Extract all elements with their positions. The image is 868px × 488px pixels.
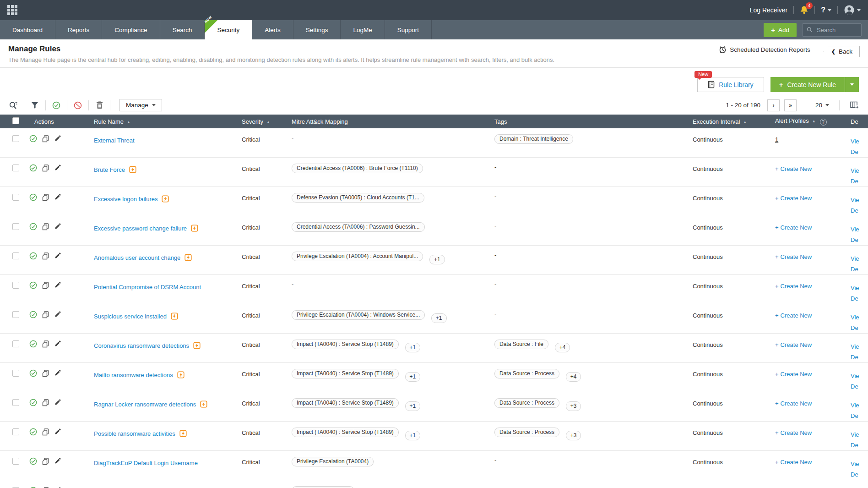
mitre-pill[interactable]: Privilege Escalation (TA0004) : Windows … (292, 310, 425, 320)
tab-logme[interactable]: LogMe (341, 20, 385, 39)
rule-name-link[interactable]: Coronavirus ransomware detections (94, 341, 189, 350)
page-size-dropdown[interactable]: 20 (814, 102, 831, 109)
view-link[interactable]: Vie (851, 459, 868, 469)
rule-name-link[interactable]: Excessive password change failure (94, 224, 187, 233)
mitre-more-pill[interactable]: +1 (431, 313, 447, 323)
rule-name-link[interactable]: DiagTrackEoP Default Login Username (94, 459, 198, 467)
next-page-button[interactable]: › (767, 99, 780, 111)
advanced-search-icon[interactable] (6, 101, 20, 110)
copy-rule-icon[interactable] (42, 458, 49, 465)
edit-rule-icon[interactable] (54, 223, 61, 230)
copy-rule-icon[interactable] (42, 311, 49, 318)
details-link[interactable]: De (851, 352, 868, 362)
tag-pill[interactable]: Data Source : Process (494, 369, 559, 378)
view-link[interactable]: Vie (851, 253, 868, 264)
create-new-alert-link[interactable]: +Create New (775, 224, 812, 231)
rule-name-link[interactable]: Ragnar Locker ransomware detections (94, 400, 196, 409)
tab-alerts[interactable]: Alerts (252, 20, 293, 39)
tags-more-pill[interactable]: +3 (566, 401, 581, 411)
mitre-more-pill[interactable]: +1 (405, 401, 421, 411)
create-new-alert-link[interactable]: +Create New (775, 429, 812, 436)
edit-rule-icon[interactable] (54, 252, 61, 259)
create-new-alert-link[interactable]: +Create New (775, 195, 812, 202)
row-checkbox[interactable] (12, 458, 19, 465)
create-new-alert-link[interactable]: +Create New (775, 312, 812, 319)
row-checkbox[interactable] (12, 164, 19, 171)
details-link[interactable]: De (851, 293, 868, 304)
row-checkbox[interactable] (12, 428, 19, 435)
col-header-severity[interactable]: Severity▲ (238, 115, 288, 128)
view-link[interactable]: Vie (851, 195, 868, 205)
edit-rule-icon[interactable] (54, 164, 61, 171)
rule-enabled-icon[interactable] (29, 223, 37, 230)
manage-dropdown[interactable]: Manage (119, 99, 162, 111)
copy-rule-icon[interactable] (42, 194, 49, 201)
mitre-pill[interactable]: Impact (TA0040) : Service Stop (T1489) (292, 369, 399, 378)
view-link[interactable]: Vie (851, 429, 868, 440)
edit-rule-icon[interactable] (54, 458, 61, 465)
details-link[interactable]: De (851, 147, 868, 157)
rule-enabled-icon[interactable] (29, 164, 37, 172)
search-input[interactable] (816, 26, 857, 34)
help-icon[interactable]: ? (820, 119, 827, 126)
mitre-more-pill[interactable]: +1 (405, 372, 421, 382)
mitre-pill[interactable]: Defense Evasion (TA0005) : Cloud Account… (292, 193, 424, 203)
tags-more-pill[interactable]: +4 (566, 372, 581, 382)
row-checkbox[interactable] (12, 311, 19, 318)
row-checkbox[interactable] (12, 223, 19, 230)
create-new-alert-link[interactable]: +Create New (775, 371, 812, 378)
sort-asc-icon[interactable]: ▲ (743, 120, 747, 124)
details-link[interactable]: De (851, 381, 868, 392)
col-header-rule-name[interactable]: Rule Name▲ (89, 115, 238, 128)
rule-enabled-icon[interactable] (29, 252, 37, 260)
copy-rule-icon[interactable] (42, 399, 49, 406)
row-checkbox[interactable] (12, 282, 19, 289)
rule-name-link[interactable]: External Threat (94, 136, 135, 145)
create-new-alert-link[interactable]: +Create New (775, 253, 812, 260)
enable-rules-icon[interactable] (49, 101, 63, 110)
add-button[interactable]: + Add (764, 23, 797, 37)
copy-rule-icon[interactable] (42, 223, 49, 230)
copy-rule-icon[interactable] (42, 340, 49, 348)
tag-pill[interactable]: Domain : Threat Intelligence (494, 134, 573, 144)
last-page-button[interactable]: » (784, 99, 797, 111)
rule-name-link[interactable]: Anomalous user account change (94, 253, 180, 262)
row-checkbox[interactable] (12, 194, 19, 201)
edit-rule-icon[interactable] (54, 370, 61, 377)
mitre-pill[interactable]: Persistence (TA0003) (292, 486, 354, 488)
create-new-alert-link[interactable]: +Create New (775, 341, 812, 348)
mitre-pill[interactable]: Impact (TA0040) : Service Stop (T1489) (292, 398, 399, 408)
tag-pill[interactable]: Data Source : Process (494, 428, 559, 437)
tab-compliance[interactable]: Compliance (102, 20, 160, 39)
delete-icon[interactable] (92, 101, 106, 109)
details-link[interactable]: De (851, 411, 868, 421)
apps-grid-icon[interactable] (7, 5, 17, 15)
rule-enabled-icon[interactable] (29, 340, 37, 348)
row-checkbox[interactable] (12, 135, 19, 142)
edit-rule-icon[interactable] (54, 282, 61, 289)
rule-name-link[interactable]: Potential Compromise of DSRM Account (94, 283, 201, 291)
details-link[interactable]: De (851, 176, 868, 186)
mitre-pill[interactable]: Privilege Escalation (TA0004) : Account … (292, 252, 423, 261)
view-link[interactable]: Vie (851, 165, 868, 176)
mitre-pill[interactable]: Privilege Escalation (TA0004) (292, 457, 374, 466)
view-link[interactable]: Vie (851, 312, 868, 323)
details-link[interactable]: De (851, 235, 868, 245)
notifications-bell-icon[interactable]: 4 (800, 5, 808, 15)
select-all-checkbox[interactable] (12, 117, 19, 124)
view-link[interactable]: Vie (851, 283, 868, 293)
details-link[interactable]: De (851, 323, 868, 333)
edit-rule-icon[interactable] (54, 428, 61, 435)
column-chooser-icon[interactable] (848, 101, 862, 110)
create-rule-dropdown-toggle[interactable] (845, 77, 859, 92)
view-link[interactable]: Vie (851, 224, 868, 235)
rule-enabled-icon[interactable] (29, 369, 37, 377)
details-link[interactable]: De (851, 205, 868, 216)
tab-security[interactable]: NEW Security (205, 20, 252, 39)
mitre-pill[interactable]: Credential Access (TA0006) : Brute Force… (292, 164, 423, 173)
back-button[interactable]: ❮ Back (824, 46, 860, 57)
copy-rule-icon[interactable] (42, 370, 49, 377)
create-new-alert-link[interactable]: +Create New (775, 400, 812, 407)
rule-name-link[interactable]: Mailto ransomware detections (94, 371, 173, 379)
tag-pill[interactable]: Data Source : File (494, 340, 548, 349)
